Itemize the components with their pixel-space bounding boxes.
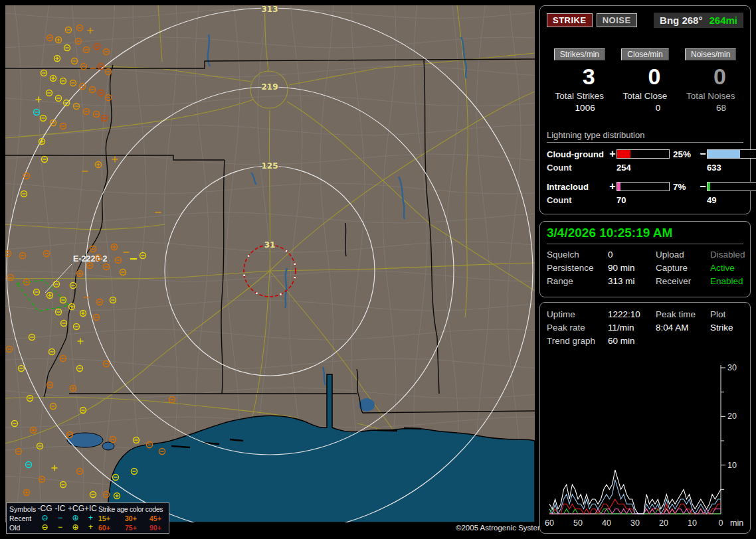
status-cell-r0c1: 0 (608, 250, 656, 260)
cloud-ground-count-row: Count 254 633 (547, 163, 743, 173)
range-ring-label: 31 (264, 240, 276, 250)
status-cell-r0c0: Squelch (547, 250, 608, 260)
status-cell-r2c0: Range (547, 276, 608, 286)
trend-series-cg-positive (549, 499, 721, 514)
legend-symbols-header: Symbols (9, 504, 37, 514)
map-canvas: E-2220-231321912531 (5, 5, 535, 522)
stats-cell-r1c0: Peak rate (547, 323, 608, 333)
stats-cell-r2c1: 60 min (608, 336, 656, 346)
bearing-label: Bng 268° (660, 15, 702, 26)
strike-counter-panel: STRIKE NOISE Bng 268°264mi Strikes/min 3… (539, 5, 751, 214)
ic-plus-recent-icon: + (83, 514, 98, 523)
bearing-readout: Bng 268°264mi (654, 13, 743, 28)
intracloud-label: Intracloud (547, 182, 609, 192)
status-cell-r0c3: Disabled (710, 250, 745, 260)
trend-graph: 1020306050403020100min (544, 356, 746, 539)
legend-col-cg-minus: -CG (37, 504, 52, 514)
status-cell-r2c2: Receiver (656, 276, 710, 286)
strikes-counter: Strikes/min 3 Total Strikes 1006 (547, 48, 613, 113)
age-code-45: 45+ (149, 514, 173, 523)
cg-plus-old-icon: ⊕ (68, 523, 83, 532)
bearing-distance: 264mi (709, 15, 737, 26)
range-ring-label: 125 (261, 161, 278, 171)
range-ring-label: 313 (261, 5, 278, 14)
total-strikes-label: Total Strikes (547, 91, 613, 101)
map-legend: Symbols -CG -IC +CG +IC Strike age color… (6, 502, 169, 534)
status-cell-r2c3: Enabled (710, 276, 745, 286)
stats-cell-r2c2 (656, 336, 710, 346)
age-code-75: 75+ (125, 523, 149, 532)
legend-row-old: Old (9, 523, 37, 532)
legend-age-header: Strike age color codes (98, 504, 173, 514)
trend-chart-canvas: 1020306050403020100min (544, 356, 746, 536)
count-label: Count (547, 195, 609, 205)
trend-x-tick-label: 40 (602, 518, 611, 528)
cg-minus-count: 633 (707, 163, 756, 173)
cloud-ground-label: Cloud-ground (547, 149, 609, 159)
status-grid: Squelch0UploadDisabledPersistence90 minC… (547, 250, 743, 286)
cg-plus-bar (616, 149, 670, 159)
noise-button[interactable]: NOISE (597, 13, 637, 27)
trend-x-tick-label: 10 (688, 518, 697, 528)
distribution-title: Lightning type distribution (547, 130, 743, 143)
count-label: Count (547, 163, 609, 173)
age-code-30: 30+ (125, 514, 149, 523)
cg-minus-old-icon: ⊖ (37, 523, 52, 532)
strikes-rate: 3 (547, 63, 613, 90)
trend-x-tick-label: 50 (573, 518, 583, 528)
total-noises-label: Total Noises (678, 91, 743, 101)
status-cell-r0c2: Upload (656, 250, 710, 260)
strike-button[interactable]: STRIKE (547, 13, 593, 27)
cg-plus-pct: 25% (670, 149, 699, 159)
trend-y-tick-label: 10 (727, 461, 737, 470)
plus-sign: + (609, 181, 616, 193)
ic-plus-count: 70 (616, 195, 699, 205)
stats-trend-panel: Uptime1222:10Peak timePlotPeak rate11/mi… (539, 302, 751, 534)
trend-y-tick-label: 30 (727, 363, 737, 372)
status-cell-r2c1: 313 mi (608, 276, 656, 286)
intracloud-row: Intracloud + 7% − 5% (547, 181, 743, 193)
legend-row-recent: Recent (9, 514, 37, 523)
stats-cell-r1c2: 8:04 AM (656, 323, 710, 333)
ic-minus-bar (707, 182, 756, 191)
ic-plus-bar (616, 182, 670, 191)
status-cell-r1c1: 90 min (608, 263, 656, 273)
plus-sign: + (609, 148, 616, 160)
stats-cell-r2c0: Trend graph (547, 336, 608, 346)
ic-minus-old-icon: − (52, 523, 68, 532)
cg-plus-recent-icon: ⊕ (68, 514, 83, 523)
intracloud-count-row: Count 70 49 (547, 195, 743, 205)
lightning-map[interactable]: E-2220-231321912531 (5, 5, 535, 522)
cg-minus-recent-icon: ⊖ (37, 514, 52, 523)
trend-y-tick-label: 20 (727, 412, 737, 421)
trend-series-strikes-total (549, 470, 721, 514)
cloud-ground-row: Cloud-ground + 25% − 63% (547, 148, 743, 160)
minus-sign: − (699, 148, 707, 160)
ic-plus-pct: 7% (670, 182, 699, 192)
strikes-per-min-chip[interactable]: Strikes/min (554, 48, 605, 60)
stats-cell-r2c3 (710, 336, 743, 346)
trend-x-axis-unit: min (730, 518, 743, 528)
stats-cell-r1c1: 11/min (608, 323, 656, 333)
total-strikes-value: 1006 (547, 103, 613, 113)
total-close-label: Total Close (613, 91, 678, 101)
copyright-text: ©2005 Astrogenic Systems (456, 524, 547, 532)
stats-cell-r0c0: Uptime (547, 309, 608, 319)
close-per-min-chip[interactable]: Close/min (621, 48, 668, 60)
status-cell-r1c0: Persistence (547, 263, 608, 273)
noises-rate: 0 (678, 63, 743, 90)
age-code-15: 15+ (98, 514, 125, 523)
age-code-90: 90+ (149, 523, 173, 532)
cg-minus-bar (707, 149, 756, 159)
stats-cell-r1c3: Strike (710, 323, 743, 333)
noises-per-min-chip[interactable]: Noises/min (685, 48, 736, 60)
status-panel: 3/4/2026 10:25:19 AM Squelch0UploadDisab… (539, 221, 751, 297)
noises-counter: Noises/min 0 Total Noises 68 (678, 48, 743, 113)
status-cell-r1c2: Capture (656, 263, 710, 273)
stats-grid: Uptime1222:10Peak timePlotPeak rate11/mi… (547, 309, 743, 346)
total-close-value: 0 (613, 103, 678, 113)
cg-plus-count: 254 (616, 163, 699, 173)
close-rate: 0 (613, 63, 678, 90)
datetime-display: 3/4/2026 10:25:19 AM (547, 226, 743, 244)
age-code-60: 60+ (98, 523, 125, 532)
